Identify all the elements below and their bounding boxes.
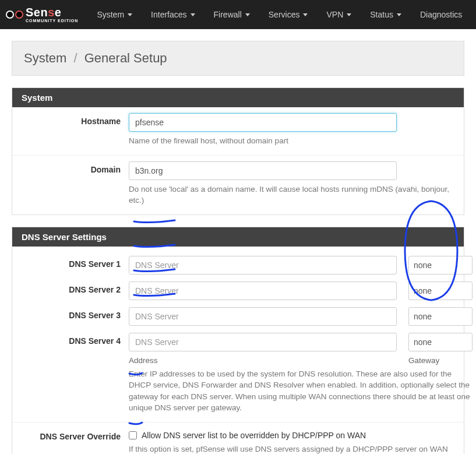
panel-system: System Hostname Name of the firewall hos… — [12, 87, 464, 215]
nav-services[interactable]: Services — [262, 2, 315, 27]
caret-down-icon — [347, 13, 351, 16]
panel-dns: DNS Server Settings DNS Server 1 DNS Ser… — [12, 227, 464, 454]
nav-items: System Interfaces Firewall Services VPN … — [90, 2, 469, 27]
dns-override-checkbox-label: Allow DNS server list to be overridden b… — [142, 431, 366, 440]
caret-down-icon — [303, 13, 308, 16]
logo-icon — [6, 10, 23, 19]
label-dns-override: DNS Server Override — [12, 428, 129, 454]
label-dns2: DNS Server 2 — [12, 281, 129, 294]
row-dns-servers: DNS Server 1 DNS Server 2 DNS Server 3 D… — [12, 247, 464, 423]
label-dns1: DNS Server 1 — [12, 256, 129, 269]
panel-heading-dns: DNS Server Settings — [12, 227, 464, 247]
breadcrumb-root[interactable]: System — [24, 51, 66, 65]
domain-input[interactable] — [129, 161, 397, 180]
label-hostname: Hostname — [12, 113, 129, 147]
sublabel-address: Address — [129, 356, 408, 365]
breadcrumb-separator: / — [73, 51, 77, 65]
label-dns4: DNS Server 4 — [12, 333, 129, 346]
dns2-gateway-select[interactable] — [408, 281, 473, 300]
dns3-input[interactable] — [129, 307, 397, 326]
dns1-gateway-select[interactable] — [408, 256, 473, 274]
breadcrumb-bar: System / General Setup — [12, 41, 464, 76]
help-dns: Enter IP addresses to be used by the sys… — [129, 368, 473, 414]
top-navbar: Sense COMMUNITY EDITION System Interface… — [0, 0, 476, 29]
nav-diagnostics[interactable]: Diagnostics — [413, 2, 469, 27]
nav-vpn[interactable]: VPN — [319, 2, 358, 27]
row-dns-override: DNS Server Override Allow DNS server lis… — [12, 423, 464, 454]
caret-down-icon — [191, 13, 195, 16]
row-domain: Domain Do not use 'local' as a domain na… — [12, 156, 464, 214]
logo-subtitle: COMMUNITY EDITION — [26, 19, 78, 23]
nav-status[interactable]: Status — [363, 2, 408, 27]
sublabel-gateway: Gateway — [408, 356, 439, 365]
dns4-gateway-select[interactable] — [408, 333, 473, 351]
hostname-input[interactable] — [129, 113, 397, 132]
breadcrumb-current: General Setup — [84, 51, 167, 65]
logo-text: Sense — [26, 6, 78, 18]
panel-heading-system: System — [12, 88, 464, 107]
caret-down-icon — [397, 13, 401, 16]
nav-system[interactable]: System — [90, 2, 139, 27]
nav-interfaces[interactable]: Interfaces — [144, 2, 202, 27]
label-dns3: DNS Server 3 — [12, 307, 129, 320]
logo[interactable]: Sense COMMUNITY EDITION — [6, 6, 78, 23]
dns1-input[interactable] — [129, 256, 397, 274]
help-hostname: Name of the firewall host, without domai… — [129, 135, 458, 147]
breadcrumb: System / General Setup — [24, 51, 452, 66]
dns-override-checkbox[interactable] — [129, 431, 137, 439]
label-domain: Domain — [12, 161, 129, 206]
dns3-gateway-select[interactable] — [408, 307, 473, 326]
nav-firewall[interactable]: Firewall — [207, 2, 257, 27]
caret-down-icon — [245, 13, 250, 16]
row-hostname: Hostname Name of the firewall host, with… — [12, 107, 464, 156]
dns2-input[interactable] — [129, 281, 397, 300]
caret-down-icon — [128, 13, 132, 16]
help-domain: Do not use 'local' as a domain name. It … — [129, 184, 458, 206]
help-dns-override: If this option is set, pfSense will use … — [129, 444, 458, 454]
dns4-input[interactable] — [129, 333, 397, 351]
